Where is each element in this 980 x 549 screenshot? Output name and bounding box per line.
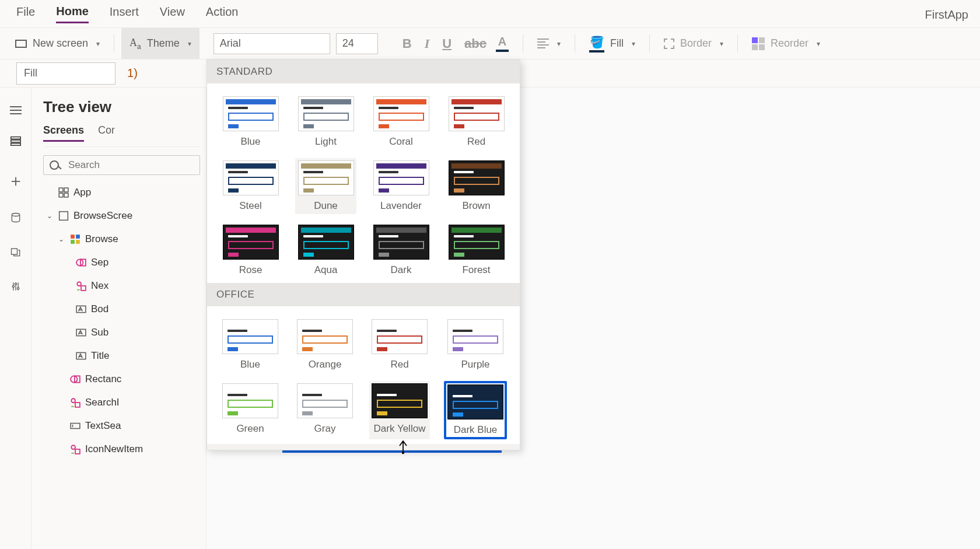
divider: [575, 34, 575, 53]
node-icon: [70, 234, 80, 244]
node-label: Title: [91, 350, 110, 362]
theme-option-dark-blue[interactable]: Dark Blue: [444, 381, 507, 439]
svg-point-24: [71, 376, 77, 382]
theme-option-blue[interactable]: Blue: [220, 94, 281, 150]
fill-label: Fill: [610, 37, 624, 50]
theme-dropdown[interactable]: STANDARD Blue Light Coral: [206, 60, 520, 450]
media-icon[interactable]: [10, 246, 22, 261]
theme-option-blue[interactable]: Blue: [220, 317, 281, 373]
tree-view-icon[interactable]: [9, 134, 22, 150]
theme-option-lavender[interactable]: Lavender: [370, 158, 432, 214]
tree-node[interactable]: App: [43, 181, 206, 204]
menubar: File Home Insert View Action FirstApp: [0, 0, 980, 28]
formula-text[interactable]: 1): [116, 67, 138, 80]
theme-button[interactable]: Aa Theme ▾: [121, 28, 200, 59]
svg-rect-28: [71, 424, 80, 429]
theme-option-light[interactable]: Light: [295, 94, 356, 150]
font-color-button[interactable]: A: [496, 35, 509, 52]
text-format-group: B I U abc A: [392, 28, 516, 59]
theme-swatch: [298, 96, 354, 131]
menu-action[interactable]: Action: [206, 5, 239, 22]
tree-node[interactable]: Sub: [43, 321, 206, 344]
theme-option-dune[interactable]: Dune: [295, 158, 356, 214]
node-label: Browse: [85, 233, 118, 245]
data-icon[interactable]: [10, 212, 22, 226]
tree-node[interactable]: ⌄Browse: [43, 228, 206, 251]
tree-node[interactable]: Sep: [43, 251, 206, 274]
tree-node[interactable]: Nex: [43, 274, 206, 298]
theme-option-forest[interactable]: Forest: [446, 222, 507, 278]
svg-point-19: [77, 282, 81, 286]
tree-tabs: Screens Cor: [43, 124, 200, 147]
node-icon: [70, 444, 80, 454]
theme-option-coral[interactable]: Coral: [370, 94, 432, 150]
tree-node[interactable]: ⌄BrowseScree: [43, 204, 206, 228]
strike-button[interactable]: abc: [461, 36, 490, 51]
divider: [737, 34, 738, 53]
menu-home[interactable]: Home: [56, 5, 89, 23]
tab-screens[interactable]: Screens: [43, 124, 84, 142]
theme-option-dark-yellow[interactable]: Dark Yellow: [369, 381, 430, 439]
node-icon: [58, 187, 69, 198]
theme-swatch: [447, 319, 503, 354]
theme-option-red[interactable]: Red: [369, 317, 430, 373]
theme-option-orange[interactable]: Orange: [295, 317, 355, 373]
node-icon: [76, 351, 86, 361]
tree-node[interactable]: Bod: [43, 298, 206, 321]
menu-file[interactable]: File: [16, 5, 35, 22]
italic-button[interactable]: I: [421, 36, 433, 51]
menu-view[interactable]: View: [160, 5, 185, 22]
theme-option-green[interactable]: Green: [220, 381, 281, 439]
theme-option-dark[interactable]: Dark: [370, 222, 432, 278]
insert-icon[interactable]: ＋: [8, 170, 24, 192]
app-name: FirstApp: [925, 8, 968, 22]
theme-swatch: [223, 160, 279, 195]
theme-label: Dark Yellow: [374, 423, 426, 435]
svg-rect-13: [71, 235, 75, 239]
theme-option-rose[interactable]: Rose: [220, 222, 281, 278]
hamburger-icon[interactable]: [10, 97, 22, 114]
svg-rect-14: [76, 235, 80, 239]
menu-insert[interactable]: Insert: [110, 5, 139, 22]
tree-node[interactable]: Title: [43, 344, 206, 368]
theme-label: Rose: [239, 264, 262, 276]
svg-point-7: [17, 288, 19, 289]
tab-components[interactable]: Cor: [98, 124, 115, 142]
bold-button[interactable]: B: [399, 36, 415, 51]
tree-node[interactable]: TextSea: [43, 414, 206, 438]
tree-search-input[interactable]: [68, 159, 194, 171]
theme-option-red[interactable]: Red: [446, 94, 507, 150]
node-label: Sub: [91, 327, 108, 338]
tree-node[interactable]: SearchI: [43, 391, 206, 414]
svg-rect-15: [71, 240, 75, 244]
theme-option-steel[interactable]: Steel: [220, 158, 281, 214]
fill-button[interactable]: 🪣 Fill ▾: [582, 28, 642, 59]
tree-node[interactable]: IconNewItem: [43, 438, 206, 461]
new-screen-button[interactable]: New screen ▾: [8, 28, 107, 59]
theme-option-gray[interactable]: Gray: [295, 381, 355, 439]
tree-node[interactable]: Rectanc: [43, 368, 206, 391]
node-icon: [70, 374, 80, 384]
reorder-button[interactable]: Reorder ▾: [745, 28, 827, 59]
font-name-input[interactable]: [214, 33, 330, 54]
theme-label: Blue: [240, 359, 260, 370]
align-group[interactable]: ▾: [530, 28, 568, 59]
font-size-input[interactable]: [336, 33, 378, 54]
property-selector[interactable]: Fill: [16, 62, 116, 85]
svg-rect-20: [81, 286, 86, 291]
underline-button[interactable]: U: [439, 36, 455, 51]
new-screen-label: New screen: [33, 37, 88, 50]
tools-icon[interactable]: [10, 281, 22, 295]
theme-label: Red: [467, 136, 485, 148]
svg-rect-10: [59, 193, 63, 197]
node-icon: [58, 211, 69, 221]
theme-label: Dark: [391, 264, 412, 276]
node-label: Bod: [91, 303, 108, 315]
border-button[interactable]: Border ▾: [657, 28, 730, 59]
theme-option-aqua[interactable]: Aqua: [295, 222, 356, 278]
theme-option-brown[interactable]: Brown: [446, 158, 507, 214]
tree-search[interactable]: [43, 155, 200, 175]
theme-option-purple[interactable]: Purple: [444, 317, 507, 373]
theme-label: Red: [390, 359, 408, 370]
theme-swatch: [298, 225, 354, 260]
